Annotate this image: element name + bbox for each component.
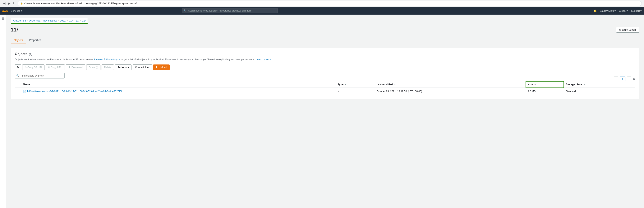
- support-arrow-icon: ▾: [640, 10, 642, 12]
- th-select-all[interactable]: [15, 81, 21, 88]
- th-last-modified[interactable]: Last modified ▼: [374, 81, 526, 88]
- panel-description: Objects are the fundamental entities sto…: [15, 58, 636, 61]
- objects-table: Name ▲ Type ▼ Last modified ▼: [15, 81, 636, 95]
- download-button[interactable]: ⬇ Download: [66, 65, 85, 70]
- file-name: kdf-twitter-sda-kds-s3-1-2021-10-23-11-1…: [27, 90, 122, 93]
- browser-controls: ◀ ▶ ↻: [2, 1, 16, 6]
- delete-button[interactable]: Delete: [102, 65, 114, 70]
- upload-button[interactable]: ⬆ Upload: [153, 65, 170, 70]
- region-menu[interactable]: Global ▾: [619, 10, 628, 12]
- row-checkbox-cell[interactable]: [15, 88, 21, 95]
- th-name[interactable]: Name ▲: [21, 81, 336, 88]
- objects-panel: Objects (1) Objects are the fundamental …: [11, 48, 640, 99]
- copy-s3-uri-header-icon: ⧉: [619, 28, 621, 31]
- breadcrumb-item-11[interactable]: 11/: [82, 19, 86, 22]
- th-storage-class[interactable]: Storage class ▼: [564, 81, 636, 88]
- select-all-checkbox[interactable]: [17, 83, 19, 85]
- aws-logo-text: aws: [2, 9, 8, 13]
- row-checkbox[interactable]: [17, 90, 19, 92]
- table-container: ‹ 1 › ⚙ Name ▲: [15, 81, 636, 95]
- refresh-icon: ↻: [17, 66, 19, 69]
- page-header: 11/ ⧉ Copy S3 URI: [11, 27, 640, 33]
- services-label: Services: [11, 10, 20, 12]
- main-layout: ☰ Amazon S3 › twitter-sda › raw-staging/…: [0, 15, 644, 208]
- open-icon: ⬚: [96, 66, 98, 69]
- refresh-button[interactable]: ↻: [12, 1, 16, 6]
- content-area: Amazon S3 › twitter-sda › raw-staging/ ›…: [6, 15, 644, 208]
- global-search[interactable]: 🔍: [182, 8, 278, 13]
- services-menu[interactable]: Services ▾: [11, 10, 22, 12]
- panel-count: (1): [29, 53, 32, 56]
- top-nav: aws Services ▾ 🔍 🔔 Saurav Mitra ▾ Global…: [0, 7, 644, 15]
- tab-objects[interactable]: Objects: [11, 37, 26, 44]
- th-size[interactable]: Size ▼: [526, 81, 564, 88]
- copy-s3-uri-button[interactable]: ⧉ Copy S3 URI: [22, 65, 44, 70]
- open-button[interactable]: Open ⬚: [86, 65, 100, 70]
- file-icon: 📄: [23, 90, 26, 93]
- url-text: s3.console.aws.amazon.com/s3/buckets/twi…: [24, 2, 137, 5]
- learn-more-link[interactable]: Learn more ↗: [256, 58, 271, 61]
- tabs: Objects Properties: [11, 37, 640, 44]
- copy-s3-uri-header-button[interactable]: ⧉ Copy S3 URI: [616, 27, 640, 33]
- tab-properties-label: Properties: [29, 39, 41, 42]
- breadcrumb-item-bucket[interactable]: twitter-sda: [29, 19, 40, 22]
- breadcrumb: Amazon S3 › twitter-sda › raw-staging/ ›…: [11, 18, 88, 24]
- tab-properties[interactable]: Properties: [26, 37, 44, 44]
- user-menu[interactable]: Saurav Mitra ▾: [600, 10, 616, 12]
- file-link[interactable]: 📄 kdf-twitter-sda-kds-s3-1-2021-10-23-11…: [23, 90, 334, 93]
- row-last-modified-cell: October 23, 2021, 19:19:50 (UTC+08:00): [374, 88, 526, 95]
- search-filter-icon: 🔍: [16, 74, 19, 77]
- aws-logo: aws: [2, 9, 8, 13]
- breadcrumb-item-2021[interactable]: 2021/: [60, 19, 66, 22]
- support-menu[interactable]: Support ▾: [631, 10, 642, 12]
- breadcrumb-sep-2: ›: [58, 20, 59, 22]
- upload-label: Upload: [159, 66, 167, 69]
- table-pagination: ‹ 1 › ⚙: [614, 77, 636, 81]
- create-folder-button[interactable]: Create folder: [133, 65, 152, 70]
- th-type-label: Type: [338, 83, 344, 86]
- open-label: Open: [89, 66, 95, 69]
- next-page-button[interactable]: ›: [627, 77, 631, 81]
- browser-bar: ◀ ▶ ↻ 🔒 s3.console.aws.amazon.com/s3/buc…: [0, 0, 644, 7]
- user-name: Saurav Mitra: [600, 10, 614, 12]
- search-icon: 🔍: [184, 10, 186, 12]
- object-search[interactable]: 🔍: [15, 73, 64, 79]
- breadcrumb-item-23[interactable]: 23/: [76, 19, 79, 22]
- breadcrumb-sep-1: ›: [42, 20, 42, 22]
- search-filter-input[interactable]: [15, 73, 64, 79]
- copy-url-button[interactable]: ⧉ Copy URL: [46, 65, 65, 70]
- breadcrumb-item-s3[interactable]: Amazon S3: [13, 19, 26, 22]
- tab-objects-label: Objects: [14, 39, 23, 42]
- lock-icon: 🔒: [20, 2, 23, 5]
- th-storage-class-sort-icon: ▼: [583, 83, 585, 86]
- th-storage-class-label: Storage class: [566, 83, 582, 86]
- toolbar: ↻ ⧉ Copy S3 URI ⧉ Copy URL ⬇ Download Op…: [15, 65, 636, 70]
- url-bar[interactable]: 🔒 s3.console.aws.amazon.com/s3/buckets/t…: [18, 1, 642, 6]
- refresh-button[interactable]: ↻: [15, 65, 21, 70]
- breadcrumb-item-10[interactable]: 10/: [69, 19, 73, 22]
- download-icon: ⬇: [68, 66, 70, 69]
- row-last-modified: October 23, 2021, 19:19:50 (UTC+08:00): [376, 90, 422, 93]
- row-type-cell: -: [336, 88, 375, 95]
- panel-title: Objects: [15, 52, 28, 56]
- table-header: Name ▲ Type ▼ Last modified ▼: [15, 81, 636, 88]
- table-settings-button[interactable]: ⚙: [633, 77, 636, 81]
- bell-icon[interactable]: 🔔: [594, 10, 597, 12]
- panel-header: Objects (1): [15, 52, 636, 56]
- back-button[interactable]: ◀: [2, 1, 6, 6]
- row-name-cell: 📄 kdf-twitter-sda-kds-s3-1-2021-10-23-11…: [21, 88, 336, 95]
- table-body: 📄 kdf-twitter-sda-kds-s3-1-2021-10-23-11…: [15, 88, 636, 95]
- copy-url-label: Copy URL: [51, 66, 62, 69]
- forward-button[interactable]: ▶: [7, 1, 11, 6]
- actions-arrow-icon: ▾: [128, 66, 129, 69]
- breadcrumb-sep-0: ›: [27, 20, 28, 22]
- sidebar-toggle[interactable]: ☰: [0, 15, 6, 208]
- actions-button[interactable]: Actions ▾: [115, 65, 132, 70]
- breadcrumb-sep-3: ›: [68, 20, 68, 22]
- search-input[interactable]: [182, 8, 278, 13]
- breadcrumb-item-raw-staging[interactable]: raw-staging/: [44, 19, 57, 22]
- inventory-link[interactable]: Amazon S3 inventory ↗: [94, 58, 120, 61]
- prev-page-button[interactable]: ‹: [614, 77, 618, 81]
- th-type[interactable]: Type ▼: [336, 81, 375, 88]
- nav-right: 🔔 Saurav Mitra ▾ Global ▾ Support ▾: [594, 10, 642, 12]
